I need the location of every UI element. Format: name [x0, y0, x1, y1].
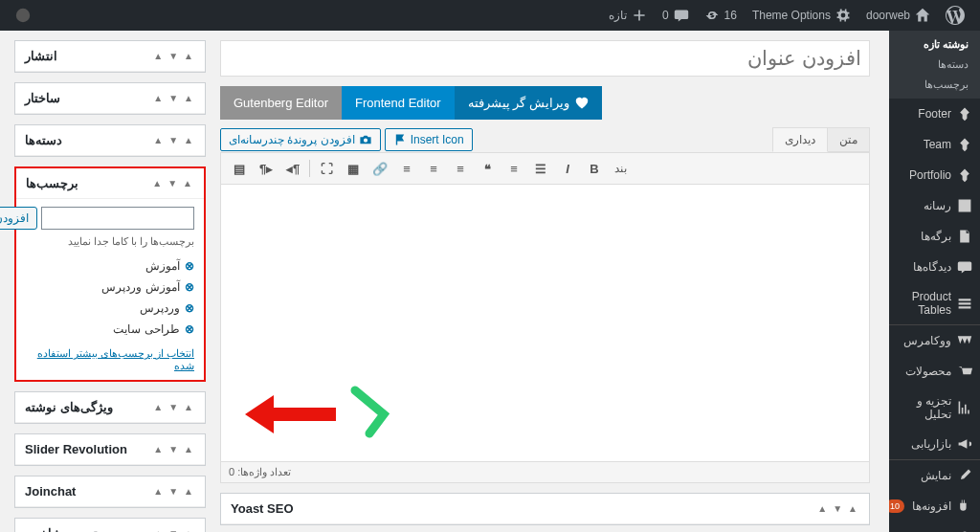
toolbar-wp-more[interactable]: ▤ [227, 156, 252, 181]
menu-products[interactable]: محصولات [889, 356, 980, 387]
menu-appearance[interactable]: نمایش [889, 460, 980, 491]
menu-pages[interactable]: برگه‌ها [889, 221, 980, 252]
tag-howto: برچسب‌ها را با کاما جدا نمایید [26, 235, 194, 248]
wpbakery-button[interactable]: ویرایش گر پیشرفته [455, 86, 602, 120]
updates[interactable]: 16 [697, 0, 745, 31]
comment-icon [674, 8, 689, 23]
publish-handle[interactable]: ▲▼▲انتشار [15, 41, 205, 72]
heart-icon [575, 97, 589, 110]
metabox-tags: ▲▼▲برچسب‌ها افزودن برچسب‌ها را با کاما ج… [14, 166, 206, 382]
attributes-handle[interactable]: ▲▼▲ویژگی‌های نوشته [15, 392, 205, 423]
new-content[interactable]: تازه [601, 0, 655, 31]
add-media-button[interactable]: افزودن پروندهٔ چندرسانه‌ای [220, 128, 381, 151]
comments-count: 0 [662, 9, 669, 22]
updates-count: 16 [724, 9, 737, 22]
toolbar-rtl[interactable]: ¶◂ [280, 156, 305, 181]
yoast-handle[interactable]: ▲▼▲Yoast SEO [221, 494, 869, 524]
tag-add-button[interactable]: افزودن [0, 207, 37, 230]
gutenberg-button[interactable]: Gutenberg Editor [220, 86, 342, 120]
toolbar-paragraph-dropdown[interactable]: بند [609, 162, 633, 175]
categories-handle[interactable]: ▲▼▲دسته‌ها [15, 125, 205, 156]
menu-team[interactable]: Team [889, 129, 980, 160]
toolbar-italic[interactable]: I [555, 156, 580, 181]
megaphone-icon [957, 436, 972, 452]
toolbar-more[interactable]: ▦ [341, 156, 366, 181]
tag-chip: ⊗ وردپرس [132, 299, 194, 317]
menu-posts[interactable]: نوشته تازه دسته‌ها برچسب‌ها [889, 31, 980, 99]
editor-wrap: ویرایش گر پیشرفته Frontend Editor Gutenb… [0, 31, 889, 532]
admin-menu: نوشته تازه دسته‌ها برچسب‌ها Footer Team … [889, 31, 980, 532]
refresh-icon [704, 8, 720, 23]
new-label: تازه [609, 9, 627, 22]
menu-analytics[interactable]: تجزیه و تحلیل [889, 387, 980, 429]
toolbar-ol[interactable]: ≡ [501, 156, 526, 181]
posts-submenu: نوشته تازه دسته‌ها برچسب‌ها [889, 31, 980, 99]
comments[interactable]: 0 [655, 0, 697, 31]
toolbar-aligncenter[interactable]: ≡ [421, 156, 446, 181]
toolbar-ltr[interactable]: ▸¶ [254, 156, 278, 181]
annotation-overlay [240, 376, 432, 453]
popular-tags-link[interactable]: انتخاب از برچسب‌های بیشتر استفاده شده [26, 347, 194, 372]
menu-portfolio[interactable]: Portfolio [889, 160, 980, 190]
submenu-tags[interactable]: برچسب‌ها [889, 75, 980, 95]
gear-icon [835, 8, 851, 23]
table-icon [957, 296, 972, 311]
tag-remove-icon[interactable]: ⊗ [185, 322, 194, 336]
frontend-editor-button[interactable]: Frontend Editor [342, 86, 455, 120]
pin-icon [957, 167, 972, 183]
joinchat-handle[interactable]: ▲▼▲Joinchat [15, 477, 205, 507]
submenu-new-post[interactable]: نوشته تازه [889, 34, 980, 55]
toggle-icon[interactable]: ▲ [846, 503, 859, 514]
menu-footer[interactable]: Footer [889, 99, 980, 129]
toolbar-ul[interactable]: ☰ [528, 156, 553, 181]
theme-options[interactable]: Theme Options [745, 0, 858, 31]
post-title-input[interactable] [220, 40, 870, 77]
toolbar-bold[interactable]: B [582, 156, 607, 181]
tab-visual[interactable]: دیداری [772, 127, 828, 152]
tag-list: ⊗ آموزش ⊗ آموزش وردپرس ⊗ وردپرس ⊗ طراحی … [26, 255, 194, 340]
home-icon [915, 8, 930, 23]
tag-remove-icon[interactable]: ⊗ [185, 301, 194, 315]
plus-icon [632, 8, 647, 23]
menu-comments[interactable]: دیدگاه‌ها [889, 252, 980, 282]
wp-logo[interactable] [938, 0, 972, 31]
tag-remove-icon[interactable]: ⊗ [185, 280, 194, 294]
content-editor[interactable] [220, 185, 870, 462]
metabox-featured-image: ▲▼▲تصویر شاخص [14, 518, 206, 532]
up-icon[interactable]: ▲ [815, 503, 829, 514]
theme-options-label: Theme Options [752, 9, 831, 22]
menu-plugins[interactable]: افزونه‌ها10 [889, 491, 980, 521]
metabox-slider: ▲▼▲Slider Revolution [14, 433, 206, 466]
down-icon[interactable]: ▼ [831, 503, 844, 514]
toolbar-link[interactable]: 🔗 [368, 156, 392, 181]
tag-input[interactable] [41, 207, 194, 230]
menu-woocommerce[interactable]: ووکامرس [889, 325, 980, 356]
site-home[interactable]: doorweb [858, 0, 938, 31]
toolbar-quote[interactable]: ❝ [475, 156, 500, 181]
metabox-yoast: ▲▼▲Yoast SEO [220, 493, 870, 525]
editor-tabs: متن دیداری [773, 127, 870, 152]
toolbar-fullscreen[interactable]: ⛶ [314, 156, 339, 181]
tag-remove-icon[interactable]: ⊗ [185, 259, 194, 273]
featured-handle[interactable]: ▲▼▲تصویر شاخص [15, 519, 205, 532]
tag-chip: ⊗ آموزش [138, 257, 194, 275]
metabox-categories: ▲▼▲دسته‌ها [14, 124, 206, 157]
format-handle[interactable]: ▲▼▲ساختار [15, 83, 205, 114]
toolbar-alignleft[interactable]: ≡ [394, 156, 419, 181]
slider-handle[interactable]: ▲▼▲Slider Revolution [15, 434, 205, 465]
menu-media[interactable]: رسانه [889, 190, 980, 221]
tags-handle[interactable]: ▲▼▲برچسب‌ها [16, 168, 204, 199]
menu-marketing[interactable]: بازاریابی [889, 429, 980, 459]
plugins-badge: 10 [889, 499, 904, 513]
submenu-categories[interactable]: دسته‌ها [889, 55, 980, 75]
insert-icon-button[interactable]: Insert Icon [385, 128, 473, 151]
side-column: ▲▼▲انتشار ▲▼▲ساختار ▲▼▲دسته‌ها ▲▼▲برچسب‌… [14, 40, 206, 532]
toolbar-alignright[interactable]: ≡ [448, 156, 473, 181]
camera-icon [359, 133, 372, 146]
tab-text[interactable]: متن [827, 127, 870, 152]
menu-users[interactable]: کاربران [889, 521, 980, 532]
user-account[interactable] [8, 0, 38, 31]
tag-chip: ⊗ طراحی سایت [105, 321, 194, 338]
page-icon [957, 229, 972, 244]
menu-product-tables[interactable]: Product Tables [889, 282, 980, 324]
